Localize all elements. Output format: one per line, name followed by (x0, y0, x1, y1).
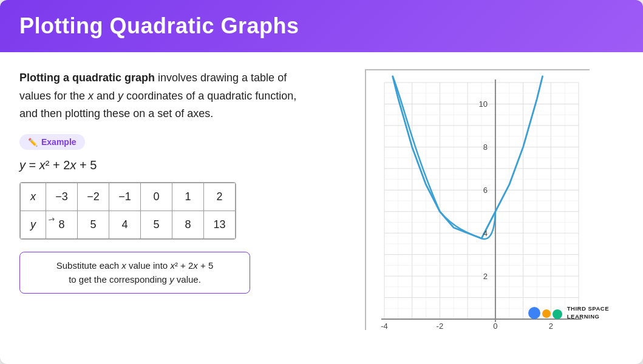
arrow-icon: ↗ (47, 214, 58, 225)
hint-text-2: to get the corresponding y value. (69, 274, 201, 285)
table-cell-x6: 2 (204, 183, 236, 211)
table-header-y: y (21, 211, 46, 239)
right-panel: 2 4 6 8 10 -4 -2 0 2 (330, 69, 624, 330)
pencil-icon: ✏️ (28, 138, 38, 147)
svg-text:-4: -4 (381, 322, 388, 331)
table-cell-y3: 4 (109, 211, 141, 239)
logo-text: THIRD SPACE LEARNING (567, 305, 609, 320)
svg-text:0: 0 (493, 322, 497, 331)
bold-intro: Plotting a quadratic graph (19, 72, 155, 84)
values-table: x −3 −2 −1 0 1 2 y ↗8 5 4 (20, 183, 236, 239)
hint-text: Substitute each x value into x² + 2x + 5 (56, 260, 214, 271)
formula-display: y = x² + 2x + 5 (19, 158, 311, 172)
svg-text:8: 8 (483, 143, 487, 152)
table-cell-x5: 1 (172, 183, 204, 211)
logo-circles (528, 307, 562, 319)
card: Plotting Quadratic Graphs Plotting a qua… (0, 0, 643, 364)
svg-text:4: 4 (483, 229, 487, 238)
example-badge: ✏️ Example (19, 134, 85, 150)
logo-line2: LEARNING (567, 313, 609, 320)
left-panel: Plotting a quadratic graph involves draw… (19, 69, 311, 294)
logo-line1: THIRD SPACE (567, 305, 609, 312)
svg-text:-2: -2 (436, 322, 443, 331)
hint-box: Substitute each x value into x² + 2x + 5… (19, 252, 250, 294)
graph-svg: 2 4 6 8 10 -4 -2 0 2 (366, 70, 591, 331)
svg-text:2: 2 (548, 322, 553, 331)
table-cell-x3: −1 (109, 183, 141, 211)
table-cell-y1: ↗8 (46, 211, 78, 239)
table-cell-x4: 0 (141, 183, 172, 211)
page-title: Plotting Quadratic Graphs (19, 13, 624, 39)
description-text: Plotting a quadratic graph involves draw… (19, 69, 311, 123)
main-content: Plotting a quadratic graph involves draw… (0, 52, 643, 342)
logo-circle-yellow (542, 309, 551, 318)
svg-text:10: 10 (478, 99, 487, 109)
table-header-x: x (21, 183, 46, 211)
x-var-desc: x (88, 90, 94, 102)
table-cell-x2: −2 (78, 183, 109, 211)
table-cell-y4: 5 (141, 211, 172, 239)
svg-text:2: 2 (483, 272, 487, 281)
header: Plotting Quadratic Graphs (0, 0, 643, 52)
svg-text:6: 6 (483, 186, 487, 195)
values-table-wrap: x −3 −2 −1 0 1 2 y ↗8 5 4 (19, 182, 236, 240)
table-cell-y2: 5 (78, 211, 109, 239)
table-cell-x1: −3 (46, 183, 78, 211)
table-cell-y6: 13 (204, 211, 236, 239)
logo-area: THIRD SPACE LEARNING (528, 305, 609, 320)
graph-container: 2 4 6 8 10 -4 -2 0 2 (365, 69, 590, 330)
logo-circle-green (553, 309, 562, 319)
table-row-x: x −3 −2 −1 0 1 2 (21, 183, 236, 211)
logo-circle-blue (528, 307, 540, 319)
table-row-y: y ↗8 5 4 5 8 13 (21, 211, 236, 239)
example-label: Example (41, 137, 77, 147)
y-var-desc: y (118, 90, 123, 102)
table-cell-y5: 8 (172, 211, 204, 239)
